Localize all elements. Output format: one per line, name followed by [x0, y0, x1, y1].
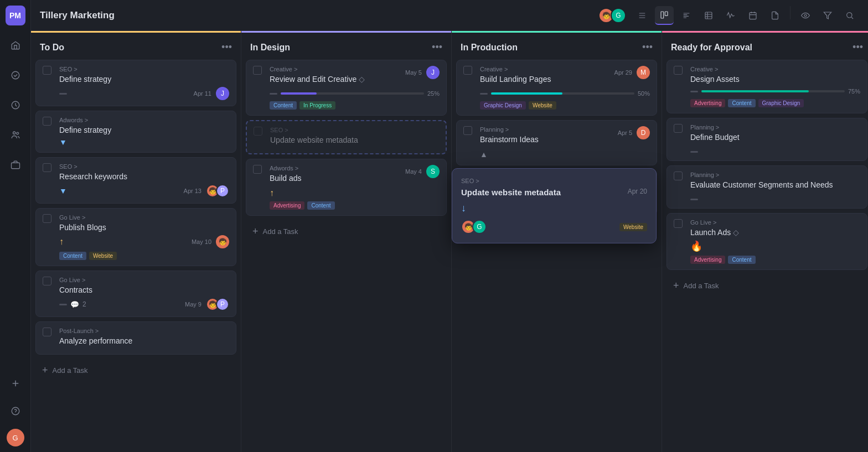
task-date: May 5: [405, 69, 422, 76]
sidebar-item-people[interactable]: [6, 125, 25, 145]
task-card[interactable]: Planning > Define Budget: [666, 118, 867, 161]
task-checkbox[interactable]: [43, 117, 51, 126]
task-card[interactable]: Adwords > Build ads May 4 S ↑: [246, 159, 447, 216]
priority-up-icon: ↑: [59, 237, 64, 247]
add-task-plus-icon: +: [252, 226, 259, 237]
sidebar-item-time[interactable]: [6, 95, 25, 115]
search-btn[interactable]: [840, 6, 859, 25]
popup-avatar: G: [472, 220, 487, 234]
priority-up-icon: ↑: [270, 188, 274, 198]
tag: Advertising: [270, 201, 304, 210]
progress-bar: [281, 92, 424, 95]
task-checkbox[interactable]: [43, 328, 51, 336]
list-view-btn[interactable]: [633, 6, 652, 25]
progress-label: 75%: [848, 88, 860, 95]
column-ready-menu[interactable]: •••: [852, 41, 863, 53]
task-checkbox[interactable]: [674, 66, 683, 75]
column-ready-header: Ready for Approval •••: [662, 31, 868, 60]
task-checkbox[interactable]: [674, 219, 683, 228]
docs-view-btn[interactable]: [766, 6, 784, 25]
svg-point-3: [16, 132, 18, 134]
column-todo-menu[interactable]: •••: [221, 41, 232, 53]
watch-btn[interactable]: [796, 6, 815, 25]
task-checkbox[interactable]: [463, 126, 472, 135]
task-card[interactable]: Creative > Review and Edit Creative ◇ Ma…: [246, 60, 447, 116]
task-content: Go Live > Launch Ads ◇ 🔥 Advertising Con…: [690, 219, 860, 264]
task-checkbox[interactable]: [43, 163, 51, 172]
task-meta: May 10 🧒: [192, 235, 229, 248]
sidebar-item-activity[interactable]: [6, 65, 25, 85]
task-tags: Advertising Content: [690, 256, 860, 264]
add-task-label: Add a Task: [53, 366, 88, 375]
chevron-down-icon: ▼: [59, 138, 67, 147]
task-card[interactable]: Go Live > Launch Ads ◇ 🔥 Advertising Con…: [666, 213, 867, 270]
task-content: Planning > Brainstorm Ideas Apr 5 D ▲: [480, 126, 650, 159]
add-task-btn[interactable]: + Add a Task: [666, 274, 867, 297]
task-checkbox[interactable]: [254, 127, 262, 136]
column-inproduction-menu[interactable]: •••: [642, 41, 653, 53]
task-avatar: P: [216, 298, 229, 311]
task-title: Analyze performance: [59, 336, 229, 345]
diamond-icon: ◇: [359, 75, 365, 84]
tag: Advertising: [690, 256, 725, 264]
timeline-view-btn[interactable]: [677, 6, 696, 25]
task-title: Define strategy: [59, 75, 229, 84]
progress-fill: [281, 92, 317, 95]
task-content: Creative > Review and Edit Creative ◇ Ma…: [270, 66, 440, 110]
task-card-dragging[interactable]: SEO > Update website metadata: [246, 120, 447, 154]
column-indesign-menu[interactable]: •••: [432, 41, 442, 53]
sidebar-item-portfolio[interactable]: [6, 155, 25, 175]
task-checkbox[interactable]: [674, 124, 683, 133]
popup-bottom: 🧒 G Website: [461, 220, 647, 234]
task-checkbox[interactable]: [253, 165, 262, 174]
task-card[interactable]: SEO > Define strategy Apr 11 J: [35, 60, 236, 106]
task-content: Post-Launch > Analyze performance: [59, 328, 229, 349]
task-popup: SEO > Update website metadata Apr 20 ↓ 🧒…: [452, 168, 657, 243]
task-checkbox[interactable]: [43, 214, 51, 223]
task-card[interactable]: Planning > Evaluate Customer Segments an…: [666, 165, 867, 209]
sidebar-add-btn[interactable]: [6, 373, 25, 393]
add-task-label: Add a Task: [263, 227, 298, 236]
task-avatar: S: [426, 165, 440, 178]
task-card[interactable]: Post-Launch > Analyze performance: [35, 321, 236, 355]
task-card[interactable]: Planning > Brainstorm Ideas Apr 5 D ▲: [456, 120, 657, 165]
task-checkbox[interactable]: [674, 172, 683, 180]
task-section: SEO >: [59, 66, 229, 72]
task-avatar: J: [426, 66, 440, 79]
sidebar-item-home[interactable]: [6, 35, 25, 55]
task-checkbox[interactable]: [43, 66, 51, 75]
task-title: Design Assets: [690, 75, 860, 84]
task-checkbox[interactable]: [463, 66, 472, 75]
task-content: Adwords > Build ads May 4 S ↑: [270, 165, 440, 210]
task-card[interactable]: Go Live > Publish Blogs ↑ May 10 🧒 Con: [35, 208, 236, 266]
filter-btn[interactable]: [818, 6, 837, 25]
table-view-btn[interactable]: [699, 6, 718, 25]
calendar-view-btn[interactable]: [743, 6, 762, 25]
task-indicators: 💬 2: [59, 300, 86, 309]
task-card[interactable]: Adwords > Define strategy ▼: [35, 111, 236, 153]
add-task-btn[interactable]: + Add a Task: [35, 359, 236, 382]
task-section: SEO >: [270, 127, 439, 133]
column-indesign: In Design ••• Creative > Review and Edit…: [241, 31, 452, 452]
task-card[interactable]: Creative > Design Assets 75% Advertisin: [666, 60, 867, 113]
task-card[interactable]: Go Live > Contracts 💬 2 May 9: [35, 271, 236, 317]
user-avatar[interactable]: G: [7, 429, 24, 446]
task-avatars: 🧒 P: [206, 298, 229, 311]
task-checkbox[interactable]: [43, 277, 51, 285]
add-task-btn[interactable]: + Add a Task: [246, 220, 447, 243]
progress-row: 25%: [270, 89, 440, 98]
popup-title: Update website metadata: [461, 188, 561, 197]
svg-point-2: [13, 132, 16, 134]
app-logo[interactable]: PM: [6, 6, 25, 25]
add-task-plus-icon: +: [42, 365, 48, 376]
popup-avatars: 🧒 G: [461, 220, 487, 234]
board-view-btn[interactable]: [655, 6, 674, 25]
task-tags: Content In Progress: [270, 101, 440, 110]
task-card[interactable]: Creative > Build Landing Pages Apr 29 M: [456, 60, 657, 116]
task-section: Creative >: [270, 66, 365, 72]
pulse-view-btn[interactable]: [721, 6, 740, 25]
task-checkbox[interactable]: [253, 66, 262, 75]
task-avatar: J: [216, 87, 229, 100]
sidebar-help-btn[interactable]: [6, 401, 25, 421]
task-card[interactable]: SEO > Research keywords ▼ Apr 13 🧒 P: [35, 157, 236, 204]
